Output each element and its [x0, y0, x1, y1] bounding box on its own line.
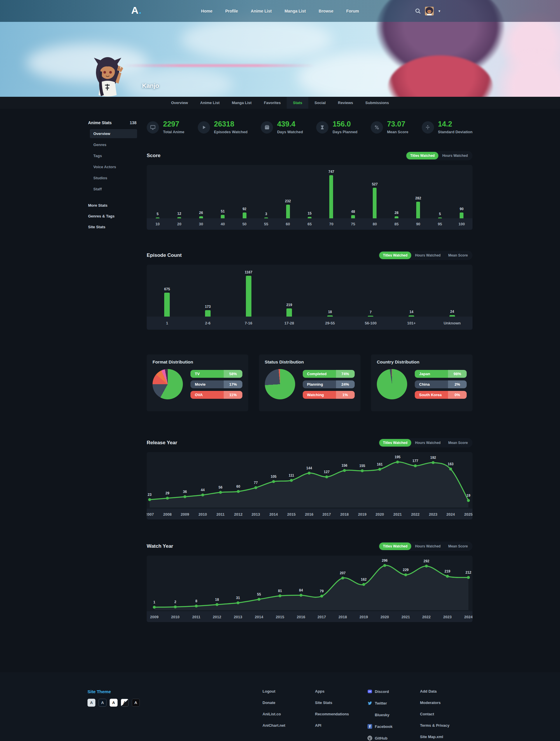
- data-point[interactable]: [341, 577, 344, 580]
- legend-row-planning[interactable]: Planning24%: [303, 381, 355, 388]
- footer-link-donate[interactable]: Donate: [262, 700, 315, 705]
- toggle-mean-score[interactable]: Mean Score: [444, 542, 472, 550]
- data-point[interactable]: [148, 498, 151, 501]
- tab-reviews[interactable]: Reviews: [332, 97, 359, 109]
- footer-link-site-stats[interactable]: Site Stats: [315, 700, 368, 705]
- theme-light-button[interactable]: A: [110, 699, 118, 706]
- toggle-titles-watched[interactable]: Titles Watched: [379, 252, 411, 259]
- data-point[interactable]: [378, 468, 381, 471]
- footer-link-discord[interactable]: Discord: [368, 689, 420, 694]
- data-point[interactable]: [308, 472, 311, 475]
- footer-link-anichart-net[interactable]: AniChart.net: [262, 723, 315, 728]
- legend-row-china[interactable]: China2%: [415, 381, 466, 388]
- toggle-mean-score[interactable]: Mean Score: [444, 439, 472, 447]
- theme-dark-button[interactable]: A: [99, 699, 107, 706]
- footer-link-moderators[interactable]: Moderators: [420, 700, 473, 705]
- data-point[interactable]: [300, 594, 303, 597]
- tab-favorites[interactable]: Favorites: [258, 97, 287, 109]
- data-point[interactable]: [237, 490, 240, 493]
- toggle-mean-score[interactable]: Mean Score: [444, 252, 472, 259]
- data-point[interactable]: [290, 479, 293, 482]
- data-point[interactable]: [254, 486, 257, 489]
- data-point[interactable]: [467, 576, 470, 579]
- data-point[interactable]: [272, 480, 275, 483]
- footer-link-logout[interactable]: Logout: [262, 689, 315, 693]
- footer-link-twitter[interactable]: Twitter: [368, 701, 420, 705]
- footer-link-terms-privacy[interactable]: Terms & Privacy: [420, 723, 473, 728]
- data-point[interactable]: [278, 594, 282, 597]
- sidebar-item-genres-tags[interactable]: Genres & Tags: [87, 212, 137, 221]
- sidebar-item-tags[interactable]: Tags: [90, 151, 137, 160]
- data-point[interactable]: [219, 491, 222, 494]
- data-point[interactable]: [446, 575, 449, 578]
- nav-link-home[interactable]: Home: [201, 9, 212, 13]
- toggle-hours-watched[interactable]: Hours Watched: [438, 152, 472, 159]
- data-point[interactable]: [325, 475, 328, 478]
- theme-black-button[interactable]: A: [132, 699, 140, 706]
- toggle-hours-watched[interactable]: Hours Watched: [411, 252, 444, 259]
- theme-auto-button[interactable]: A: [121, 699, 129, 706]
- footer-link-contact[interactable]: Contact: [420, 712, 473, 716]
- sidebar-item-overview[interactable]: Overview: [90, 129, 137, 138]
- footer-link-add-data[interactable]: Add Data: [420, 689, 473, 693]
- data-point[interactable]: [183, 495, 186, 498]
- data-point[interactable]: [362, 583, 365, 586]
- footer-link-apps[interactable]: Apps: [315, 689, 368, 693]
- data-point[interactable]: [237, 601, 240, 604]
- data-point[interactable]: [425, 565, 428, 567]
- footer-link-api[interactable]: API: [315, 723, 368, 728]
- footer-link-facebook[interactable]: Facebook: [368, 724, 420, 729]
- search-icon[interactable]: [415, 8, 421, 14]
- legend-row-japan[interactable]: Japan98%: [415, 370, 466, 378]
- nav-link-manga-list[interactable]: Manga List: [285, 9, 306, 13]
- nav-link-anime-list[interactable]: Anime List: [251, 9, 272, 13]
- legend-row-completed[interactable]: Completed74%: [303, 370, 355, 378]
- toggle-hours-watched[interactable]: Hours Watched: [411, 439, 444, 447]
- data-point[interactable]: [467, 499, 470, 502]
- toggle-titles-watched[interactable]: Titles Watched: [406, 152, 438, 159]
- chevron-down-icon[interactable]: ▼: [438, 9, 441, 13]
- toggle-titles-watched[interactable]: Titles Watched: [379, 439, 411, 447]
- footer-link-recommendations[interactable]: Recommendations: [315, 712, 368, 716]
- footer-link-site-map-xml[interactable]: Site Map.xml: [420, 735, 473, 739]
- data-point[interactable]: [361, 469, 364, 472]
- nav-link-profile[interactable]: Profile: [225, 9, 238, 13]
- footer-link-anilist-co[interactable]: AniList.co: [262, 712, 315, 716]
- sidebar-item-voice-actors[interactable]: Voice Actors: [90, 162, 137, 172]
- legend-row-tv[interactable]: TV58%: [190, 370, 242, 378]
- data-point[interactable]: [201, 493, 204, 496]
- data-point[interactable]: [166, 497, 169, 499]
- theme-default-button[interactable]: A: [87, 699, 96, 706]
- data-point[interactable]: [414, 464, 417, 467]
- tab-manga-list[interactable]: Manga List: [226, 97, 258, 109]
- tab-anime-list[interactable]: Anime List: [194, 97, 226, 109]
- legend-row-movie[interactable]: Movie17%: [190, 381, 242, 388]
- sidebar-item-studios[interactable]: Studios: [90, 174, 137, 183]
- data-point[interactable]: [215, 603, 219, 606]
- data-point[interactable]: [343, 469, 346, 472]
- data-point[interactable]: [449, 468, 452, 470]
- profile-username[interactable]: Kanjo: [142, 82, 159, 89]
- data-point[interactable]: [383, 564, 386, 567]
- user-avatar-small[interactable]: [425, 7, 434, 15]
- data-point[interactable]: [404, 574, 407, 576]
- data-point[interactable]: [320, 595, 323, 598]
- toggle-hours-watched[interactable]: Hours Watched: [411, 542, 444, 550]
- sidebar-item-genres[interactable]: Genres: [90, 140, 137, 149]
- profile-avatar[interactable]: [92, 54, 123, 97]
- data-point[interactable]: [396, 461, 399, 464]
- data-point[interactable]: [432, 461, 435, 464]
- tab-social[interactable]: Social: [308, 97, 332, 109]
- tab-stats[interactable]: Stats: [287, 97, 308, 109]
- sidebar-header-more-stats[interactable]: More Stats: [87, 201, 137, 210]
- data-point[interactable]: [195, 605, 198, 607]
- legend-row-ova[interactable]: OVA11%: [190, 391, 242, 399]
- tab-overview[interactable]: Overview: [165, 97, 194, 109]
- sidebar-item-site-stats[interactable]: Site Stats: [87, 222, 137, 231]
- footer-link-bluesky[interactable]: Bluesky: [368, 713, 420, 717]
- nav-link-browse[interactable]: Browse: [319, 9, 334, 13]
- footer-link-github[interactable]: GitHub: [368, 736, 420, 740]
- sidebar-item-staff[interactable]: Staff: [90, 185, 137, 194]
- data-point[interactable]: [257, 598, 260, 601]
- data-point[interactable]: [153, 606, 156, 609]
